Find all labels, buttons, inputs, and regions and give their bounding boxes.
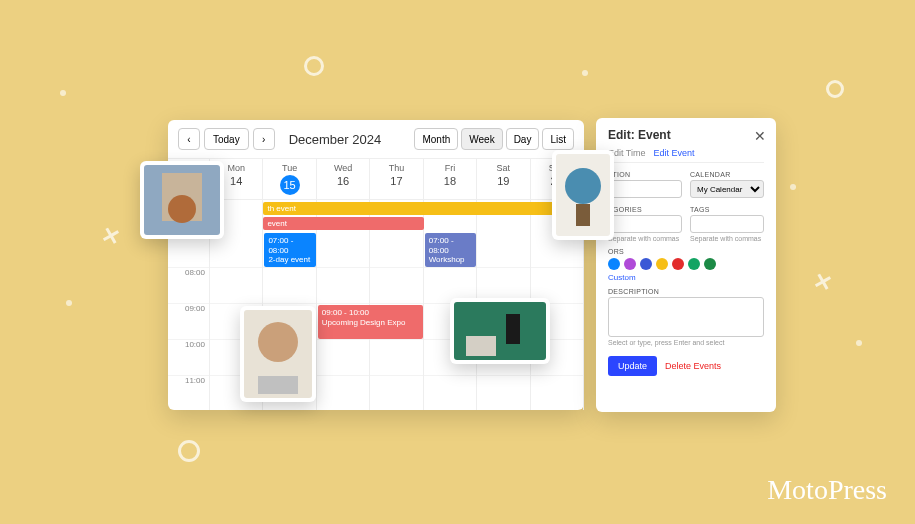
deco-x: ✕ (811, 268, 835, 298)
color-swatch[interactable] (640, 258, 652, 270)
svg-rect-11 (576, 204, 590, 226)
time-label: 08:00 (168, 268, 209, 304)
event-block[interactable]: 07:00 - 08:002-day event (264, 233, 315, 267)
deco-dot (582, 70, 588, 76)
time-label: 09:00 (168, 304, 209, 340)
prev-button[interactable]: ‹ (178, 128, 200, 150)
custom-color-link[interactable]: Custom (608, 273, 764, 282)
deco-ring (304, 56, 324, 76)
view-month[interactable]: Month (414, 128, 458, 150)
svg-point-4 (258, 322, 298, 362)
event-block[interactable]: 09:00 - 10:00Upcoming Design Expo (318, 305, 423, 339)
tab-edit-event[interactable]: Edit Event (654, 148, 695, 158)
time-label: 11:00 (168, 376, 209, 410)
location-label: ATION (608, 171, 682, 178)
svg-rect-8 (466, 336, 496, 356)
svg-rect-5 (258, 376, 298, 394)
svg-rect-7 (506, 314, 520, 344)
colors-label: ORS (608, 248, 764, 255)
brand-logo: MotoPress (767, 474, 887, 506)
color-swatches (608, 258, 764, 270)
day-col-fri[interactable]: Fri18 (424, 159, 477, 199)
edit-title: Edit: Event (608, 128, 764, 142)
calendar-label: CALENDAR (690, 171, 764, 178)
delete-events-button[interactable]: Delete Events (665, 356, 721, 376)
deco-dot (790, 184, 796, 190)
deco-dot (60, 90, 66, 96)
close-button[interactable]: ✕ (754, 128, 766, 144)
day-col-wed[interactable]: Wed16 (317, 159, 370, 199)
categories-label: EGORIES (608, 206, 682, 213)
svg-point-10 (565, 168, 601, 204)
day-header-row: Mon14 Tue15 Wed16 Thu17 Fri18 Sat19 Sun2… (168, 159, 584, 199)
tags-hint: Separate with commas (690, 235, 764, 242)
time-label: 10:00 (168, 340, 209, 376)
color-swatch[interactable] (672, 258, 684, 270)
description-input[interactable] (608, 297, 764, 337)
view-week[interactable]: Week (461, 128, 502, 150)
photo-card (450, 298, 550, 364)
day-col-thu[interactable]: Thu17 (370, 159, 423, 199)
photo-card (240, 306, 316, 402)
today-button[interactable]: Today (204, 128, 249, 150)
allday-event[interactable]: event (263, 217, 423, 230)
color-swatch[interactable] (688, 258, 700, 270)
tags-label: TAGS (690, 206, 764, 213)
deco-dot (66, 300, 72, 306)
event-block[interactable]: 07:00 - 08:00Workshop (425, 233, 476, 267)
view-segment: Month Week Day List (414, 128, 574, 150)
color-swatch[interactable] (624, 258, 636, 270)
color-swatch[interactable] (656, 258, 668, 270)
deco-ring (178, 440, 200, 462)
svg-point-2 (168, 195, 196, 223)
edit-event-panel: Edit: Event ✕ Edit Time Edit Event ATION… (596, 118, 776, 412)
color-swatch[interactable] (704, 258, 716, 270)
location-input[interactable] (608, 180, 682, 198)
deco-x: ✕ (99, 222, 123, 252)
photo-card (140, 161, 224, 239)
categories-hint: Separate with commas (608, 235, 682, 242)
update-button[interactable]: Update (608, 356, 657, 376)
description-hint: Select or type, press Enter and select (608, 339, 764, 346)
calendar-panel: ‹ Today › December 2024 Month Week Day L… (168, 120, 584, 410)
allday-event[interactable]: th event (263, 202, 584, 215)
view-list[interactable]: List (542, 128, 574, 150)
description-label: DESCRIPTION (608, 288, 764, 295)
day-col-sat[interactable]: Sat19 (477, 159, 530, 199)
day-col-tue[interactable]: Tue15 (263, 159, 316, 199)
color-swatch[interactable] (608, 258, 620, 270)
deco-dot (856, 340, 862, 346)
deco-ring (826, 80, 844, 98)
photo-card (552, 150, 614, 240)
calendar-title: December 2024 (289, 132, 411, 147)
calendar-header: ‹ Today › December 2024 Month Week Day L… (168, 120, 584, 159)
next-button[interactable]: › (253, 128, 275, 150)
categories-input[interactable] (608, 215, 682, 233)
allday-row: th eventevent (168, 199, 584, 232)
view-day[interactable]: Day (506, 128, 540, 150)
tags-input[interactable] (690, 215, 764, 233)
calendar-select[interactable]: My Calendar (690, 180, 764, 198)
